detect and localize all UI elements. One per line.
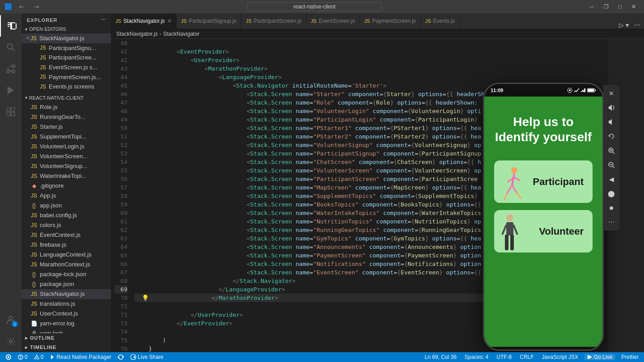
file-item-packagelockjson[interactable]: {}package-lock.json [21, 269, 111, 279]
split-editor-icon[interactable]: ⋯ [634, 21, 640, 29]
file-item-appjs[interactable]: JSApp.js [21, 191, 111, 201]
status-spaces[interactable]: Spaces: 4 [463, 354, 490, 360]
js-icon: JS [30, 242, 38, 248]
activity-item-settings[interactable] [0, 331, 21, 352]
file-item-volunteersignup[interactable]: JSVolunteerSignup... [21, 161, 111, 171]
panel-rotate-btn[interactable] [605, 130, 618, 143]
file-item-starter[interactable]: JSStarter.js [21, 122, 111, 132]
phone-volunteer-button[interactable]: Volunteer [494, 210, 593, 253]
maximize-button[interactable]: □ [615, 3, 625, 11]
tab-close-icon[interactable]: ✕ [167, 18, 172, 24]
status-encoding[interactable]: UTF-8 [495, 354, 513, 360]
breadcrumb-file[interactable]: StackNavigator.js [116, 31, 158, 37]
status-liveshare[interactable]: Live Share [128, 354, 165, 360]
file-item-firebase[interactable]: JSfirebase.js [21, 240, 111, 250]
tab-js-icon: JS [364, 18, 370, 24]
breadcrumb-symbol[interactable]: StackNavigator [163, 31, 199, 37]
file-item-yarnlock[interactable]: 🔒yarn.lock [21, 328, 111, 333]
panel-home-btn[interactable]: ⬤ [605, 187, 618, 200]
file-item-translations[interactable]: JStranslations.js [21, 299, 111, 309]
file-item-role[interactable]: JSRole.js [21, 102, 111, 112]
status-packager[interactable]: React Native Packager [48, 354, 113, 360]
status-errors[interactable]: 0 [16, 354, 30, 360]
panel-zoom-out-btn[interactable] [605, 158, 618, 172]
forward-button[interactable]: → [31, 2, 42, 12]
panel-zoom-in-btn[interactable] [605, 144, 618, 157]
activity-item-run[interactable] [0, 80, 21, 101]
open-editor-item-events[interactable]: JS Events.js screens [21, 82, 111, 92]
panel-more-btn[interactable]: ⋯ [605, 215, 618, 229]
file-item-stacknavigator[interactable]: JSStackNavigator.js [21, 289, 111, 299]
tab-events[interactable]: JS Events.js [421, 13, 460, 29]
file-item-marathoncontext[interactable]: JSMarathonContext.js [21, 260, 111, 269]
sidebar-title: EXPLORER [27, 17, 58, 23]
panel-back-btn[interactable]: ◀ [605, 173, 618, 186]
tab-paymentscreen[interactable]: JS PaymentScreen.js [360, 13, 421, 29]
status-language[interactable]: JavaScript JSX [540, 354, 580, 360]
file-item-eventcontext[interactable]: JSEventContext.js [21, 230, 111, 240]
tab-js-icon: JS [181, 18, 187, 24]
activity-item-account[interactable]: 1 [0, 309, 21, 331]
run-icon[interactable]: ▷ [619, 21, 624, 29]
file-item-colors[interactable]: JScolors.js [21, 220, 111, 230]
file-item-runninggear[interactable]: JSRunningGearTo... [21, 112, 111, 122]
open-editor-item-participantscreen[interactable]: JS ParticipantScree... [21, 53, 111, 63]
tab-stacknavigator[interactable]: JS StackNavigator.js ✕ [111, 13, 177, 29]
file-item-languagecontext[interactable]: JSLanguageContext.js [21, 250, 111, 260]
js-icon: JS [30, 104, 38, 110]
status-remote-icon[interactable] [4, 354, 13, 360]
js-icon: JS [30, 134, 38, 140]
file-item-appjson[interactable]: {}app.json [21, 201, 111, 210]
status-prettier[interactable]: Prettier [619, 354, 640, 360]
activity-item-search[interactable] [0, 37, 21, 58]
panel-volume-down-btn[interactable] [605, 115, 618, 129]
open-editor-item-eventscreen[interactable]: JS EventScreen.js s... [21, 63, 111, 72]
panel-square-btn[interactable]: ■ [605, 201, 618, 215]
panel-volume-up-btn[interactable] [605, 101, 618, 114]
status-sync[interactable] [116, 354, 126, 360]
phone-time: 11:09 [491, 88, 503, 93]
open-editor-item-paymentscreen[interactable]: JS PaymentScreen.js... [21, 72, 111, 82]
svg-rect-32 [505, 235, 508, 250]
sidebar: EXPLORER ⋯ ▾ OPEN EDITORS ✕ JS StackNavi… [21, 13, 111, 352]
title-bar-right: ─ ❐ □ ✕ [586, 3, 640, 11]
phone-screen: Help us toIdentify yourself [484, 97, 602, 347]
tab-participantsignup[interactable]: JS ParticipantSignup.js [177, 13, 242, 29]
close-button[interactable]: ✕ [628, 3, 640, 11]
phone-participant-button[interactable]: Participant [494, 160, 593, 203]
file-item-waterintake[interactable]: JSWaterIntakeTopi... [21, 171, 111, 181]
close-icon[interactable]: ✕ [26, 35, 30, 41]
project-section[interactable]: ▾ REACT-NATIVE-CLIENT [21, 93, 111, 102]
tab-participantscreen[interactable]: JS ParticipantScreen.js [241, 13, 306, 29]
file-item-volunteerscreen[interactable]: JSVolunteerScreen... [21, 152, 111, 161]
open-editors-section[interactable]: ▾ OPEN EDITORS [21, 25, 111, 34]
activity-item-extensions[interactable] [0, 101, 21, 122]
svg-line-1 [12, 48, 14, 51]
open-editor-item-participantsignup[interactable]: JS ParticipantSignu... [21, 43, 111, 53]
panel-close-btn[interactable]: ✕ [605, 87, 618, 100]
file-item-supplementtopi[interactable]: JSSupplementTopi... [21, 132, 111, 142]
status-liveshare-label: Live Share [138, 354, 163, 360]
open-editor-item-stacknavigator[interactable]: ✕ JS StackNavigator.js [21, 34, 111, 43]
tab-eventscreen[interactable]: JS EventScreen.js [306, 13, 360, 29]
timeline-section[interactable]: ▸ TIMELINE [21, 343, 111, 352]
status-position[interactable]: Ln 69, Col 36 [423, 354, 458, 360]
file-item-usercontext[interactable]: JSUserContext.js [21, 309, 111, 319]
back-button[interactable]: ← [16, 2, 27, 12]
restore-button[interactable]: ❐ [600, 3, 612, 11]
activity-item-explorer[interactable] [0, 15, 21, 37]
status-eol[interactable]: CRLF [518, 354, 535, 360]
file-item-volunteerlogin[interactable]: JSVolunteerLogin.js [21, 142, 111, 152]
search-bar[interactable] [247, 2, 381, 11]
file-item-gitignore[interactable]: ◆.gitignore [21, 181, 111, 191]
sidebar-menu-icon[interactable]: ⋯ [101, 17, 106, 23]
run-dropdown-icon[interactable]: ▾ [626, 21, 629, 29]
activity-item-source-control[interactable] [0, 58, 21, 80]
file-item-babel[interactable]: JSbabel.config.js [21, 210, 111, 220]
status-warnings[interactable]: 0 [32, 354, 46, 360]
outline-section[interactable]: ▸ OUTLINE [21, 333, 111, 343]
status-golive[interactable]: Go Live [585, 354, 615, 360]
minimize-button[interactable]: ─ [586, 3, 597, 11]
file-item-packagejson[interactable]: {}package.json [21, 279, 111, 289]
file-item-yarnerror[interactable]: 📄yarn-error.log [21, 319, 111, 328]
